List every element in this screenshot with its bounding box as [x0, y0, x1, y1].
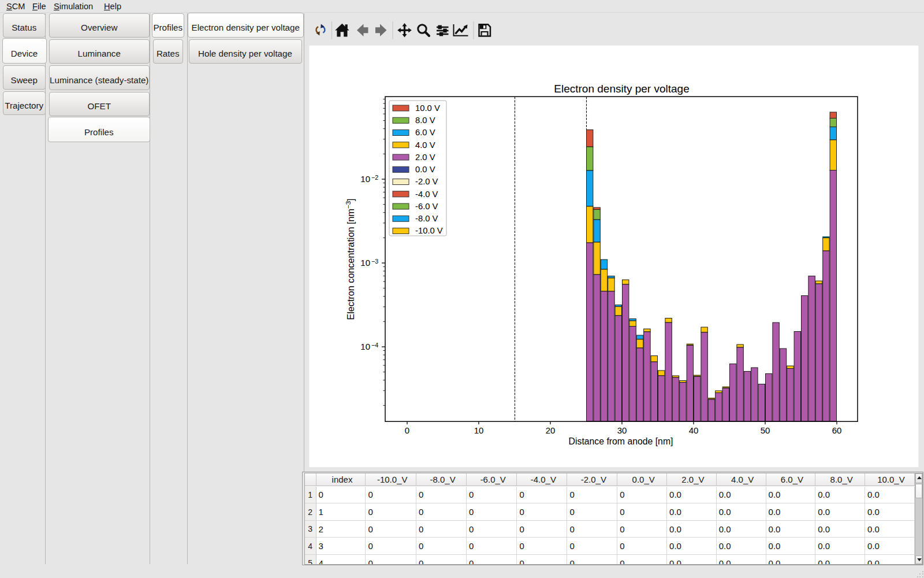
svg-text:-8.0 V: -8.0 V	[415, 214, 438, 223]
svg-text:−2: −2	[371, 174, 378, 181]
svg-text:6.0 V: 6.0 V	[415, 128, 435, 137]
svg-text:10: 10	[360, 342, 370, 351]
svg-text:60: 60	[832, 425, 842, 435]
svg-text:0.0 V: 0.0 V	[415, 165, 435, 174]
svg-text:-6.0 V: -6.0 V	[415, 202, 438, 211]
svg-text:Electron concentration [nm−3]: Electron concentration [nm−3]	[345, 198, 356, 320]
svg-text:0: 0	[405, 425, 409, 435]
svg-text:10: 10	[360, 258, 370, 268]
svg-text:10: 10	[360, 174, 370, 184]
svg-text:30: 30	[617, 425, 627, 435]
svg-text:10.0 V: 10.0 V	[415, 103, 440, 113]
svg-text:2.0 V: 2.0 V	[415, 153, 435, 162]
svg-text:-4.0 V: -4.0 V	[415, 190, 438, 199]
svg-text:-10.0 V: -10.0 V	[415, 226, 443, 235]
svg-text:8.0 V: 8.0 V	[415, 116, 435, 125]
svg-text:−3: −3	[371, 258, 378, 265]
svg-text:50: 50	[761, 425, 770, 435]
svg-text:20: 20	[546, 425, 556, 435]
svg-text:10: 10	[474, 425, 484, 435]
svg-text:−4: −4	[371, 342, 378, 349]
svg-text:40: 40	[689, 425, 699, 435]
svg-text:4.0 V: 4.0 V	[415, 140, 435, 150]
svg-text:Distance from anode [nm]: Distance from anode [nm]	[569, 436, 673, 446]
svg-text:Electron density per voltage: Electron density per voltage	[554, 83, 689, 95]
svg-text:-2.0 V: -2.0 V	[415, 177, 438, 186]
